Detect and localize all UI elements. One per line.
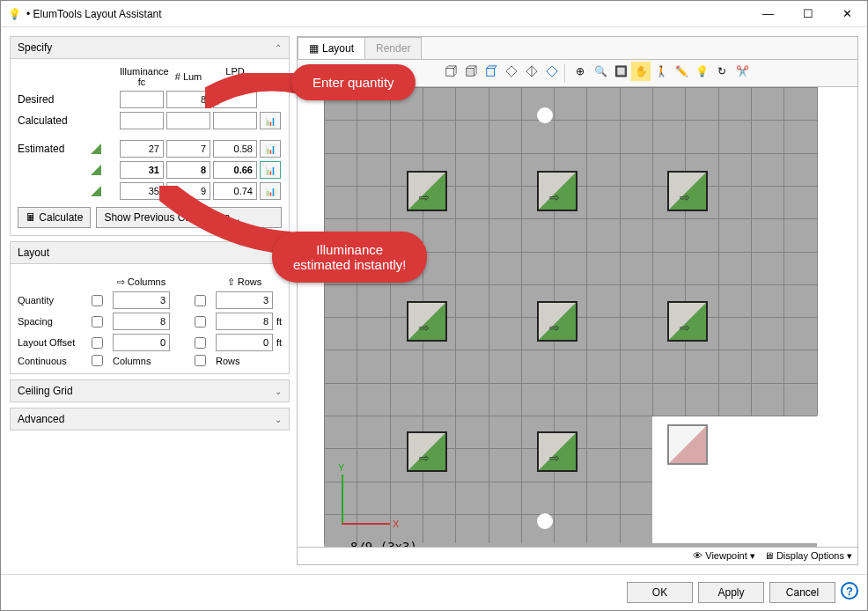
tool-zoom-icon[interactable]: 🔍: [591, 62, 610, 81]
titlebar: 💡 • ElumTools Layout Assistant — ☐ ✕: [1, 1, 867, 27]
spacing-cols-check[interactable]: [92, 316, 103, 328]
luminaire[interactable]: ⇨: [407, 171, 447, 211]
tool-cube3-icon[interactable]: [482, 62, 501, 81]
callout-illuminance-estimated: Illuminanceestimated instantly!: [272, 232, 427, 283]
offset-cols-check[interactable]: [92, 337, 103, 349]
luminaire[interactable]: ⇨: [537, 431, 577, 472]
viewport-info: 8/9 (3x3): [350, 540, 417, 547]
help-button[interactable]: ?: [841, 582, 858, 600]
spacing-rows-input[interactable]: [216, 313, 273, 330]
triangle-icon: [91, 165, 101, 175]
tab-layout[interactable]: ▦ Layout: [298, 37, 365, 59]
x-axis: [342, 523, 390, 525]
callout-enter-quantity: Enter quantity: [291, 64, 416, 100]
chevron-down-icon: ⌄: [275, 386, 282, 396]
specify-title: Specify: [18, 41, 52, 54]
quantity-rows-input[interactable]: [216, 291, 273, 309]
col-illuminance: Illuminance: [120, 66, 169, 77]
marker-bottom: [537, 513, 553, 529]
tool-diamond2-icon[interactable]: [522, 62, 541, 81]
unit-ft: ft: [276, 316, 294, 327]
luminaire[interactable]: ⇨: [667, 171, 708, 211]
luminaire[interactable]: ⇨: [667, 301, 708, 342]
cancel-button[interactable]: Cancel: [769, 582, 835, 603]
offset-rows-input[interactable]: [216, 334, 273, 351]
offset-label: Layout Offset: [18, 337, 88, 348]
continuous-rows-check[interactable]: [195, 355, 206, 366]
minimize-button[interactable]: —: [748, 1, 788, 27]
est-1-lum: [166, 161, 210, 179]
viewpoint-dropdown[interactable]: 👁 Viewpoint ▾: [693, 550, 755, 562]
continuous-cols-label: Columns: [113, 356, 170, 366]
spacing-rows-check[interactable]: [195, 316, 206, 328]
spacing-cols-input[interactable]: [113, 313, 170, 330]
tool-diamond3-icon[interactable]: [542, 62, 562, 81]
ok-button[interactable]: OK: [627, 582, 693, 603]
left-panel: Specify ⌃ Illuminancefc # Lum LPDW/ft² D…: [10, 36, 290, 565]
continuous-cols-check[interactable]: [92, 355, 103, 366]
tool-cube1-icon[interactable]: [441, 62, 460, 81]
quantity-cols-input[interactable]: [113, 291, 170, 309]
chevron-up-icon: ⌃: [275, 43, 282, 53]
calculated-lum: [166, 112, 210, 129]
tool-cube2-icon[interactable]: [461, 62, 481, 81]
desired-illuminance-input[interactable]: [120, 91, 164, 108]
tool-cut-icon[interactable]: ✂️: [732, 62, 752, 81]
app-icon: 💡: [8, 8, 21, 20]
calculated-label: Calculated: [18, 114, 88, 127]
tool-highlight-icon[interactable]: ✏️: [672, 62, 691, 81]
col-num-lum: # Lum: [166, 71, 210, 82]
close-button[interactable]: ✕: [828, 1, 867, 27]
est-1-lpd: [213, 161, 257, 179]
desired-lum-input[interactable]: [166, 91, 210, 108]
luminaire-ghost[interactable]: [667, 424, 708, 465]
window-title: • ElumTools Layout Assistant: [26, 8, 162, 20]
quantity-cols-check[interactable]: [92, 295, 103, 306]
tool-walk-icon[interactable]: 🚶: [651, 62, 671, 81]
offset-rows-check[interactable]: [195, 337, 206, 349]
svg-rect-0: [446, 69, 454, 77]
luminaire[interactable]: ⇨: [407, 301, 447, 342]
layout-tab-icon: ▦: [309, 42, 319, 55]
est-2-illum: [120, 182, 164, 200]
ceiling-grid-header[interactable]: Ceiling Grid ⌄: [10, 379, 290, 402]
tool-pan-icon[interactable]: ✋: [631, 62, 651, 81]
advanced-header[interactable]: Advanced ⌄: [10, 408, 290, 431]
right-panel: ▦ Layout Render ⊕ 🔍 🔲 ✋ �: [297, 36, 858, 565]
apply-button[interactable]: Apply: [698, 582, 764, 603]
est-0-illum: [120, 140, 164, 158]
calculated-lpd: [213, 112, 257, 129]
luminaire[interactable]: ⇨: [537, 171, 577, 211]
svg-rect-2: [487, 69, 495, 77]
desired-label: Desired: [18, 93, 88, 106]
est-1-apply-button[interactable]: 📊: [260, 161, 281, 179]
rows-header: Rows: [238, 276, 262, 287]
offset-cols-input[interactable]: [113, 334, 170, 351]
specify-header[interactable]: Specify ⌃: [10, 36, 290, 59]
viewport[interactable]: /* drawn below via JS for brevity */ ⇨⇨⇨…: [298, 87, 857, 547]
display-options-dropdown[interactable]: 🖥 Display Options ▾: [764, 550, 852, 562]
spacing-label: Spacing: [18, 316, 88, 327]
continuous-label: Continuous: [18, 356, 88, 366]
est-0-lpd: [213, 140, 257, 158]
y-axis-label: Y: [338, 462, 344, 473]
tool-refresh-icon[interactable]: ↻: [712, 62, 732, 81]
columns-header: Columns: [128, 276, 166, 287]
maximize-button[interactable]: ☐: [788, 1, 828, 27]
luminaire[interactable]: ⇨: [407, 431, 447, 472]
triangle-icon: [91, 186, 101, 196]
tool-zoom-window-icon[interactable]: 🔲: [611, 62, 630, 81]
est-1-illum: [120, 161, 164, 179]
marker-top: [537, 107, 553, 123]
tool-diamond1-icon[interactable]: [502, 62, 521, 81]
quantity-rows-check[interactable]: [195, 295, 206, 306]
tab-render[interactable]: Render: [364, 37, 422, 59]
triangle-icon: [91, 144, 101, 154]
calculated-action-button[interactable]: 📊: [260, 112, 281, 129]
est-0-lum: [166, 140, 210, 158]
tool-light-icon[interactable]: 💡: [692, 62, 711, 81]
tool-zoom-extents-icon[interactable]: ⊕: [570, 62, 590, 81]
luminaire[interactable]: ⇨: [537, 301, 577, 342]
calculate-button[interactable]: 🖩 Calculate: [18, 207, 91, 228]
est-0-apply-button[interactable]: 📊: [260, 140, 281, 158]
